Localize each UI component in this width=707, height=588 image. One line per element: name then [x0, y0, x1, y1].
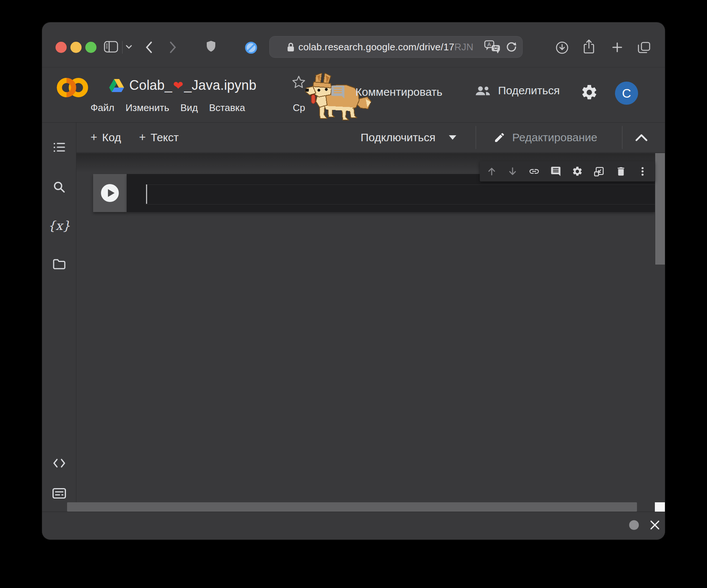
chevron-down-icon[interactable]	[126, 45, 132, 49]
back-button[interactable]	[145, 41, 153, 54]
mirror-cell-in-tab-icon[interactable]	[593, 166, 605, 177]
collapse-toolbar-button[interactable]	[635, 134, 648, 142]
scrollbar-corner	[655, 502, 665, 512]
zoom-window-button[interactable]	[85, 42, 96, 53]
add-comment-icon[interactable]	[550, 166, 561, 177]
sidebar-toggle-icon[interactable]	[104, 41, 118, 53]
plus-icon: +	[139, 131, 146, 144]
link-icon[interactable]	[529, 166, 540, 177]
content-blocker-icon[interactable]	[244, 41, 258, 54]
add-text-button[interactable]: + Текст	[139, 131, 179, 144]
menu-item-edit[interactable]: Изменить	[126, 102, 169, 114]
toolbar-divider	[122, 41, 123, 54]
close-icon[interactable]	[649, 519, 661, 531]
current-line-highlight	[145, 184, 655, 205]
text-cursor	[146, 184, 147, 204]
terminal-icon[interactable]	[52, 487, 66, 500]
cell-toolbar	[480, 161, 655, 181]
toolbar-divider	[622, 126, 622, 149]
edit-mode-button[interactable]: Редактирование	[494, 123, 597, 152]
notebook-content	[76, 153, 665, 502]
share-button[interactable]: Поделиться	[474, 84, 560, 97]
browser-toolbar: colab.research.google.com/drive/17RJN A	[42, 22, 665, 67]
toolbar-divider	[476, 126, 476, 149]
share-label: Поделиться	[498, 84, 560, 97]
bottom-bar	[42, 512, 665, 540]
table-of-contents-icon[interactable]	[52, 141, 66, 154]
left-sidebar: {x}	[42, 122, 76, 512]
vertical-scrollbar-thumb[interactable]	[655, 153, 665, 265]
star-icon[interactable]	[292, 75, 306, 89]
menubar: Файл Изменить Вид Вставка Ср	[91, 102, 305, 114]
menu-item-view[interactable]: Вид	[180, 102, 198, 114]
notebook-title[interactable]: Colab_❤_Java.ipynb	[129, 78, 257, 93]
menu-item-file[interactable]: Файл	[91, 102, 114, 114]
forward-button[interactable]	[169, 41, 177, 54]
cell-settings-gear-icon[interactable]	[572, 166, 583, 177]
comment-label: Комментировать	[355, 86, 443, 98]
notebook-toolbar: + Код + Текст Подключиться Редактировани…	[76, 122, 665, 153]
reload-icon[interactable]	[506, 41, 517, 53]
colab-header: Colab_❤_Java.ipynb Файл Изменить Вид Вст…	[42, 67, 665, 122]
move-cell-down-icon[interactable]	[507, 166, 518, 177]
add-code-button[interactable]: + Код	[91, 131, 121, 144]
pencil-icon	[494, 132, 505, 143]
address-bar[interactable]: colab.research.google.com/drive/17RJN A	[269, 36, 523, 58]
connect-button[interactable]: Подключиться	[361, 123, 456, 152]
code-cell-gutter	[93, 174, 127, 212]
menu-item-insert[interactable]: Вставка	[209, 102, 245, 114]
delete-cell-icon[interactable]	[615, 166, 627, 177]
translate-icon[interactable]: A	[484, 40, 501, 54]
run-cell-button[interactable]	[101, 184, 119, 202]
more-actions-icon[interactable]	[637, 166, 648, 177]
move-cell-up-icon[interactable]	[486, 166, 497, 177]
downloads-icon[interactable]	[555, 41, 569, 54]
heart-emoji: ❤	[172, 79, 184, 92]
plus-icon: +	[91, 131, 97, 144]
comment-icon	[330, 84, 346, 100]
settings-gear-icon[interactable]	[580, 83, 598, 101]
avatar[interactable]: C	[615, 82, 638, 105]
tab-overview-icon[interactable]	[637, 41, 651, 54]
menu-item-runtime[interactable]: Ср	[293, 102, 305, 114]
comment-button[interactable]: Комментировать	[330, 84, 443, 100]
close-window-button[interactable]	[56, 42, 67, 53]
shield-extension-icon[interactable]	[206, 40, 216, 52]
minimize-window-button[interactable]	[70, 42, 82, 53]
edit-mode-label: Редактирование	[512, 131, 597, 144]
code-snippets-icon[interactable]	[52, 456, 66, 470]
google-drive-icon	[109, 79, 124, 92]
new-tab-icon[interactable]	[611, 41, 623, 53]
colab-logo[interactable]	[56, 76, 90, 99]
status-dot-icon[interactable]	[629, 520, 639, 530]
url-text: colab.research.google.com/drive/17RJN	[298, 41, 473, 53]
search-icon[interactable]	[52, 180, 66, 194]
caret-down-icon	[449, 135, 456, 140]
desktop: colab.research.google.com/drive/17RJN A	[0, 0, 707, 588]
lock-icon	[287, 42, 295, 52]
notebook-title-row: Colab_❤_Java.ipynb	[109, 78, 257, 93]
svg-text:A: A	[488, 41, 491, 47]
browser-window: colab.research.google.com/drive/17RJN A	[42, 22, 665, 540]
variables-icon[interactable]: {x}	[52, 219, 66, 232]
horizontal-scrollbar-thumb[interactable]	[67, 502, 637, 512]
files-icon[interactable]	[52, 257, 66, 271]
people-icon	[474, 85, 491, 96]
share-icon[interactable]	[583, 39, 595, 54]
